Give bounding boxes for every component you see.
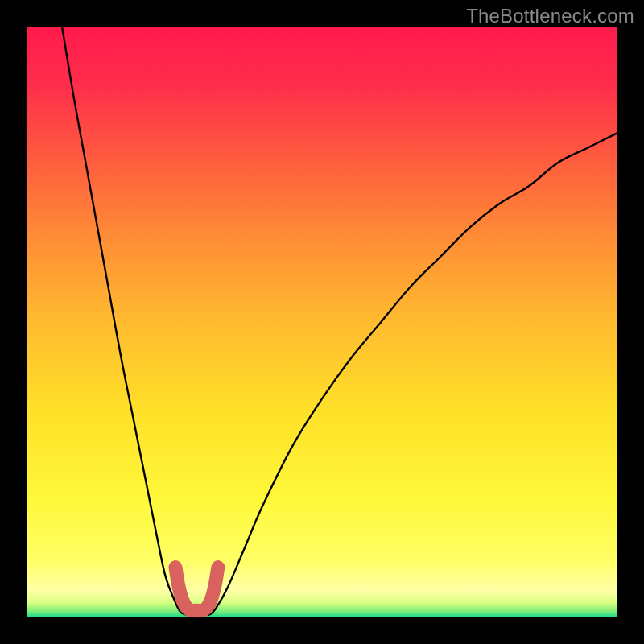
watermark-label: TheBottleneck.com [466,5,634,27]
bottleneck-chart [27,27,617,617]
chart-container: TheBottleneck.com [0,0,644,644]
